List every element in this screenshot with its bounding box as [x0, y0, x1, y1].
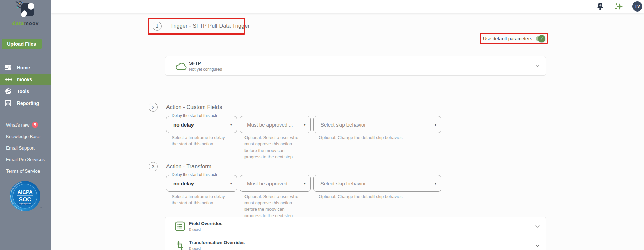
sftp-trigger-card[interactable]: SFTP Not yet configured — [165, 56, 546, 76]
svg-text:AICPA: AICPA — [17, 189, 33, 195]
step1-title: Trigger - SFTP Pull Data Trigger — [170, 23, 250, 29]
step1-number: 1 — [153, 22, 162, 31]
home-grid-icon — [5, 65, 12, 71]
brand-name: datamoov — [0, 20, 51, 26]
sidebar-item-moovs[interactable]: moovs — [0, 74, 51, 85]
sidebar-nav: Home moovs Tools — [0, 62, 51, 110]
sidebar-link-email-support[interactable]: Email Support — [0, 142, 51, 154]
dropdown-arrow-icon: ▾ — [230, 122, 232, 127]
user-avatar[interactable]: TV — [632, 1, 642, 12]
annotation-box-default-params: Use default parameters ✓ — [480, 33, 548, 44]
sftp-card-subtitle: Not yet configured — [189, 67, 222, 72]
step2-title: Action - Custom Fields — [166, 104, 222, 110]
step3-header: 3 Action - Transform — [149, 162, 211, 171]
approver-helper-text: Optional: Select a user who must approve… — [244, 193, 298, 219]
default-params-row: Use default parameters ✓ — [481, 34, 547, 43]
moovs-dots-icon — [5, 78, 12, 81]
default-params-label: Use default parameters — [483, 36, 532, 41]
main-area: TV 1 Trigger - SFTP Pull Data Trigger Us… — [51, 0, 644, 250]
sftp-card-row[interactable]: SFTP Not yet configured — [165, 56, 546, 75]
sidebar-item-label: Home — [17, 65, 30, 70]
field-overrides-icon — [175, 221, 188, 231]
delay-select-label: Delay the start of this acti — [170, 172, 218, 177]
brand-logo: datamoov — [0, 1, 51, 26]
sidebar-item-reporting[interactable]: Reporting — [0, 98, 51, 109]
transformation-overrides-row[interactable]: Transformation Overrides 0 exist — [165, 236, 546, 250]
field-overrides-count: 0 exist — [189, 227, 222, 232]
overrides-panel: Field Overrides 0 exist Transformation O… — [165, 217, 546, 250]
approver-select-step2[interactable]: Must be approved ... ▾ — [240, 116, 311, 133]
delay-select-step3[interactable]: Delay the start of this acti no delay ▾ — [166, 175, 237, 192]
sidebar-item-home[interactable]: Home — [0, 62, 51, 73]
step3-number: 3 — [149, 162, 158, 171]
dropdown-arrow-icon: ▾ — [304, 122, 306, 127]
sidebar-item-label: Tools — [17, 89, 29, 94]
ai-sparkles-icon[interactable] — [613, 1, 624, 12]
sftp-cloud-icon — [175, 61, 188, 71]
delay-helper-text: Select a timeframe to delay the start of… — [172, 193, 225, 206]
delay-helper-text: Select a timeframe to delay the start of… — [172, 134, 225, 147]
step3-title: Action - Transform — [166, 164, 211, 170]
approver-select-step3[interactable]: Must be approved ... ▾ — [240, 175, 311, 192]
sidebar-link-terms-of-service[interactable]: Terms of Service — [0, 165, 51, 177]
sidebar-item-label: moovs — [17, 77, 32, 82]
chevron-down-icon[interactable] — [535, 244, 540, 247]
default-params-toggle[interactable]: ✓ — [536, 36, 544, 41]
datamoov-logo-icon — [11, 1, 42, 18]
step2-number: 2 — [149, 103, 158, 112]
skip-behavior-select-step2[interactable]: Select skip behavior ▾ — [313, 116, 441, 133]
skip-helper-text: Optional: Change the default skip behavi… — [319, 134, 403, 141]
dropdown-arrow-icon: ▾ — [230, 181, 232, 186]
annotation-box-step1: 1 Trigger - SFTP Pull Data Trigger — [148, 18, 245, 35]
sidebar-link-whats-new[interactable]: What's new 5 — [0, 119, 51, 131]
upload-files-button[interactable]: Upload Files — [2, 39, 42, 49]
svg-text:™: ™ — [40, 207, 42, 209]
transformation-overrides-count: 0 exist — [189, 246, 245, 250]
step2-header: 2 Action - Custom Fields — [149, 103, 222, 112]
sidebar: datamoov Upload Files Home — [0, 0, 51, 250]
sidebar-link-knowledge-base[interactable]: Knowledge Base — [0, 131, 51, 142]
tools-wrench-icon — [5, 88, 12, 95]
dropdown-arrow-icon: ▾ — [304, 181, 306, 186]
transformation-overrides-icon — [175, 240, 188, 250]
toggle-check-icon: ✓ — [538, 35, 545, 42]
sftp-card-title: SFTP — [189, 61, 222, 66]
whats-new-count-badge: 5 — [32, 122, 38, 128]
chevron-down-icon[interactable] — [535, 65, 540, 67]
field-overrides-row[interactable]: Field Overrides 0 exist — [165, 217, 546, 236]
field-overrides-title: Field Overrides — [189, 221, 222, 226]
step1-header: 1 Trigger - SFTP Pull Data Trigger — [149, 19, 244, 33]
sidebar-link-email-pro-services[interactable]: Email Pro Services — [0, 154, 51, 165]
delay-select-step2[interactable]: Delay the start of this acti no delay ▾ — [166, 116, 237, 133]
sidebar-item-label: Reporting — [17, 100, 39, 106]
aicpa-soc-badge: AICPA SOC aicpa.org/soc4so SOC for Servi… — [8, 179, 42, 213]
delay-select-label: Delay the start of this acti — [170, 113, 218, 118]
svg-text:SOC: SOC — [19, 196, 31, 203]
sidebar-item-tools[interactable]: Tools — [0, 86, 51, 97]
skip-helper-text: Optional: Change the default skip behavi… — [319, 193, 403, 200]
dropdown-arrow-icon: ▾ — [434, 181, 436, 186]
svg-text:aicpa.org/soc4so: aicpa.org/soc4so — [19, 203, 31, 205]
sidebar-divider — [0, 114, 51, 114]
approver-helper-text: Optional: Select a user who must approve… — [244, 134, 298, 160]
sidebar-links: What's new 5 Knowledge Base Email Suppor… — [0, 119, 51, 177]
top-bar: TV — [51, 0, 644, 13]
reporting-chart-icon — [5, 100, 12, 106]
dropdown-arrow-icon: ▾ — [434, 122, 436, 127]
skip-behavior-select-step3[interactable]: Select skip behavior ▾ — [313, 175, 441, 192]
notifications-bell-icon[interactable] — [596, 2, 605, 12]
chevron-down-icon[interactable] — [535, 225, 540, 228]
transformation-overrides-title: Transformation Overrides — [189, 240, 245, 245]
